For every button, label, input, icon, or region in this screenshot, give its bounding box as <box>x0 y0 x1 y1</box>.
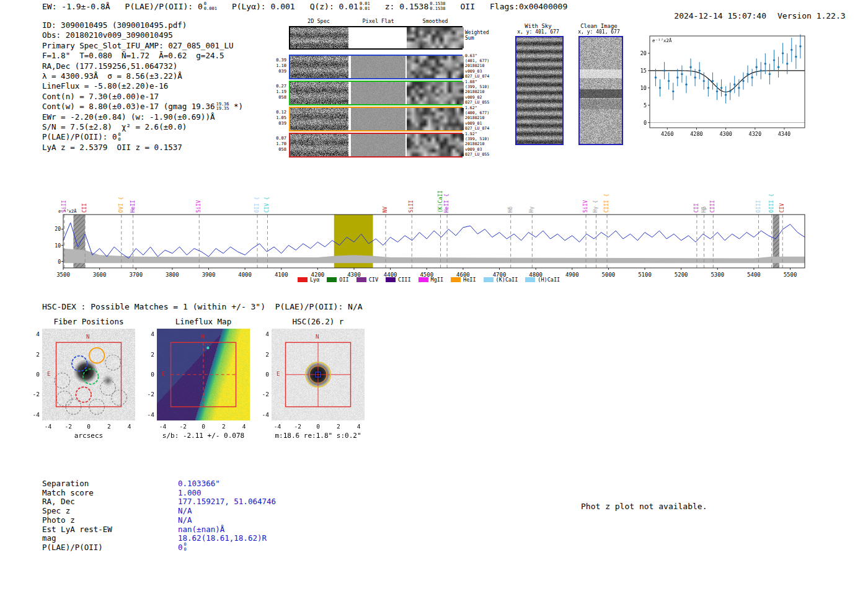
data-point <box>786 63 788 64</box>
fiber-id-label: 027_LU_055 <box>465 100 494 105</box>
data-point <box>716 91 718 92</box>
report-datetime-version: 2024-12-14 15:07:40Version 1.22.3 <box>655 2 846 30</box>
legend-item: OII <box>327 277 348 283</box>
sky-panel-title: Clean Image <box>562 23 636 29</box>
x-tick-label: 5200 <box>675 272 688 278</box>
info-line-0: ID: 3090010495 (3090010495.pdf) <box>42 20 243 30</box>
legend-label: OII <box>339 277 348 283</box>
cutout-row-right-labels: 0.63"(401, 677)20180210v009_03027_LU_074 <box>465 53 494 79</box>
match-value-text: 177.159217, 51.064746 <box>178 497 276 506</box>
legend-label: Lyα <box>310 277 319 283</box>
weighted-2dspec-image <box>290 27 348 48</box>
data-point <box>663 69 665 71</box>
compass-n: N <box>201 334 204 340</box>
cutout-row-left-labels: 0.271.19058 <box>272 84 286 100</box>
fiber-id-label: v009_03 <box>465 69 494 74</box>
header-seg-2: P(Lyα): 0.001 <box>232 2 295 11</box>
legend-swatch <box>298 277 308 282</box>
fiber-id-label: 1.08" <box>465 79 494 84</box>
panel-xtick: 4 <box>123 423 136 430</box>
match-value-text: 0.103366" <box>178 479 220 488</box>
data-point <box>738 87 740 89</box>
panel-ytick: 2 <box>143 351 154 358</box>
emission-line-label: CII <box>82 203 87 213</box>
panel-ytick: 2 <box>29 351 40 358</box>
data-point <box>659 87 661 89</box>
info-line-12: LyA z = 2.5379 OII z = 0.1537 <box>42 143 243 153</box>
legend-label: MgII <box>431 277 443 283</box>
fiber-weight-label: 0.07 <box>272 136 286 141</box>
sub-value: 0.001 <box>204 7 217 12</box>
legend-label: (K)CaII <box>496 277 518 283</box>
photz-note: Phot z plot not available. <box>581 502 707 511</box>
compass-n: N <box>316 334 319 340</box>
legend-label: HeII <box>463 277 476 283</box>
emission-line-label: OVI { <box>118 197 124 213</box>
cutout-row-left-labels: 0.071.70058 <box>272 136 286 153</box>
fiber-weight-label: 0.27 <box>272 84 286 89</box>
match-value-text: N/A <box>178 515 192 525</box>
fiber-id-label: (401, 677) <box>465 58 494 63</box>
emission-line-label: CIV <box>779 203 785 213</box>
match-label: Spec z <box>42 506 70 515</box>
legend-item: (K)CaII <box>484 277 518 283</box>
match-value-text: nan(±nan)Å <box>178 525 224 534</box>
cutout-pixelflat-image <box>351 56 405 78</box>
x-tick-label: 4900 <box>565 272 579 278</box>
x-tick-label: 4320 <box>749 131 761 137</box>
fiber-id-label: 0.63" <box>465 53 494 58</box>
panel-xtick: -2 <box>177 423 189 430</box>
info-line-3: F=1.8" T=0.080 N̄=1.72 Ā=0.62 g=24.5 <box>42 51 243 61</box>
data-point <box>672 91 674 92</box>
x-tick-label: 4300 <box>719 131 732 137</box>
panel-xtick: 2 <box>218 423 230 430</box>
info-text: LineFlux = -5.80(±2.20)e-16 <box>42 81 168 91</box>
panel-xtick: 0 <box>82 423 95 430</box>
legend-item: CIV <box>356 277 378 283</box>
x-tick-label: 5100 <box>638 272 652 278</box>
fiber-id-label: 20180210 <box>465 89 494 94</box>
panel-ytick: -2 <box>143 391 154 398</box>
header-seg-text: OII <box>461 2 475 11</box>
legend-swatch <box>484 277 494 282</box>
header-seg-text: EW: -1.9±-0.8Å <box>42 2 110 11</box>
cutout-smoothed-image <box>407 108 464 130</box>
emission-line-label: SiIV <box>583 200 588 213</box>
cutout-pixelflat-image <box>351 108 405 130</box>
legend-swatch <box>327 277 337 282</box>
match-label: RA, Dec <box>42 497 75 506</box>
data-point <box>777 66 779 68</box>
legend-swatch <box>356 277 366 282</box>
emission-line-label: OIII { <box>769 193 774 213</box>
cutout-2dspec-image <box>290 108 348 130</box>
emission-line-label: Hδ <box>508 207 513 213</box>
legend-item: HeII <box>451 277 476 283</box>
y-tick-label: 10 <box>640 85 647 91</box>
legend-item: CIII <box>386 277 410 283</box>
x-tick-label: 3500 <box>56 272 70 278</box>
panel-xlabel: s/b: -2.11 +/- 0.078 <box>144 432 262 440</box>
data-point <box>720 87 722 89</box>
emission-line-label: OII { <box>254 197 260 213</box>
data-point <box>773 59 775 61</box>
y-tick-label: 0 <box>644 120 647 126</box>
panel-xtick: 0 <box>197 423 210 430</box>
match-label: Photo z <box>42 515 75 525</box>
sub-value: 19.35 <box>216 107 229 112</box>
emission-line-label: CIII { <box>604 193 609 213</box>
panel-image-1 <box>157 329 250 420</box>
cutout-pixelflat-image <box>351 134 405 156</box>
data-point <box>694 76 696 78</box>
panel-ytick: -2 <box>258 391 269 398</box>
info-text: Obs: 20180210v009_3090010495 <box>42 30 173 40</box>
panel-xtick: -2 <box>62 423 74 430</box>
match-value: nan(±nan)Å <box>178 525 224 534</box>
data-point <box>733 83 735 85</box>
cutout-smoothed-image <box>407 134 464 156</box>
match-value-text: N/A <box>178 506 192 515</box>
cutout-row-left-labels: 0.121.05039 <box>272 110 286 127</box>
compass-n: N <box>86 334 89 340</box>
panel-xtick: -2 <box>291 423 304 430</box>
cutout-row-right-labels: 1.62"(400, 677)20180210v009_01027_LU_074 <box>465 105 494 131</box>
match-value: N/A <box>178 506 192 515</box>
